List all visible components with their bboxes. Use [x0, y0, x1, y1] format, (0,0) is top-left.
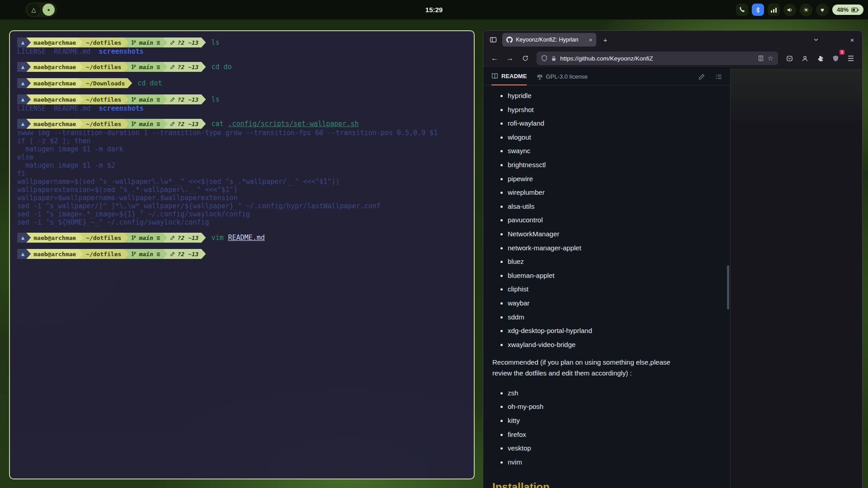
brightness-button[interactable]: ☀ — [800, 4, 812, 16]
list-item: rofi-wayland — [508, 117, 721, 131]
heart-icon: ♥ — [821, 6, 824, 14]
list-item: firefox — [508, 428, 721, 442]
forward-button[interactable]: → — [503, 52, 517, 65]
tab-close-icon[interactable]: × — [589, 37, 592, 43]
reload-button[interactable] — [519, 52, 532, 65]
firefox-view-button[interactable] — [487, 33, 500, 46]
terminal-prompt: ▲ maeb@archmae ~/dotfiles main ≡ ?2 ~13 … — [17, 38, 474, 47]
git-branch-icon — [131, 97, 137, 102]
recommended-paragraph: Recommended (if you plan on using someth… — [492, 357, 691, 378]
workspace-1-button[interactable]: △ — [28, 4, 40, 16]
script-path-link: .config/scripts/set-wallpaper.sh — [228, 120, 359, 128]
pencil-icon — [170, 40, 175, 45]
script-line: if [ -z $2 ]; then — [17, 137, 474, 145]
prompt-git-status: ?2 ~13 — [163, 62, 206, 72]
clock: 15:29 — [425, 0, 443, 19]
extensions-button[interactable] — [813, 52, 827, 65]
adblock-extension-button[interactable]: 1 — [829, 52, 842, 65]
chevron-down-icon — [813, 37, 819, 42]
prompt-git-status: ?2 ~13 — [163, 249, 206, 259]
git-branch-icon — [131, 121, 137, 127]
license-link[interactable]: GPL-3.0 license — [537, 73, 588, 80]
scrollbar-thumb[interactable] — [727, 265, 729, 310]
prompt-git-status: ?2 ~13 — [163, 38, 206, 47]
tab-github[interactable]: Keyoonz/KonfiZ: Hyprlan × — [502, 33, 596, 47]
pencil-icon — [170, 97, 175, 102]
prompt-user: maeb@archmae — [26, 233, 83, 243]
terminal-prompt: ▲ maeb@archmae ~/dotfiles main ≡ ?2 ~13 … — [17, 94, 474, 104]
arch-workspace-icon: △ — [32, 6, 36, 13]
prompt-user: maeb@archmae — [26, 94, 83, 104]
url-text: https://github.com/Keyoonz/KonfiZ — [560, 55, 754, 62]
window-close-button[interactable]: × — [846, 33, 859, 46]
new-tab-button[interactable]: + — [599, 33, 612, 46]
list-item: blueman-applet — [508, 269, 721, 283]
prompt-git-branch: main ≡ — [124, 38, 167, 47]
prompt-git-branch: main ≡ — [124, 249, 167, 259]
reader-view-icon[interactable] — [758, 55, 764, 61]
list-item: hyprshot — [508, 103, 721, 117]
bluetooth-button[interactable] — [752, 4, 764, 16]
pencil-icon — [170, 65, 175, 70]
edit-readme-button[interactable] — [698, 74, 705, 80]
terminal-window[interactable]: ▲ maeb@archmae ~/dotfiles main ≡ ?2 ~13 … — [9, 30, 475, 479]
directory-entry: screenshots — [99, 47, 144, 56]
github-readme-panel: README GPL-3.0 license hypridle hyprshot — [483, 68, 731, 488]
firefox-view-icon — [490, 36, 497, 43]
script-line: fi — [17, 169, 474, 178]
prompt-git-status: ?2 ~13 — [163, 233, 206, 243]
prompt-user: maeb@archmae — [26, 249, 83, 259]
terminal-prompt: ▲ maeb@archmae ~/dotfiles main ≡ ?2 ~13 … — [17, 233, 474, 243]
script-line: wallpapername=$(sed "s_-wallpaper\.\w*__… — [17, 178, 474, 186]
command-text: ls — [211, 38, 219, 47]
network-button[interactable] — [768, 4, 780, 16]
firefox-window: Keyoonz/KonfiZ: Hyprlan × + × ← → https:… — [483, 30, 863, 488]
workspace-2-button[interactable]: ● — [42, 4, 55, 16]
address-bar[interactable]: https://github.com/Keyoonz/KonfiZ ☆ — [537, 52, 778, 65]
terminal-prompt: ▲ maeb@archmae ~/dotfiles main ≡ ?2 ~13 … — [17, 119, 474, 129]
list-item: waybar — [508, 296, 721, 310]
list-item: brightnessctl — [508, 158, 721, 172]
prompt-path: ~/dotfiles — [79, 119, 128, 129]
list-all-tabs-button[interactable] — [810, 33, 822, 46]
list-item: pipewire — [508, 172, 721, 186]
bookmark-star-icon[interactable]: ☆ — [768, 54, 774, 62]
back-button[interactable]: ← — [488, 52, 501, 65]
bluetooth-icon — [755, 7, 761, 13]
list-item: xdg-desktop-portal-hyprland — [508, 324, 721, 338]
phone-button[interactable] — [736, 4, 748, 16]
puzzle-icon — [817, 55, 824, 62]
favorites-button[interactable]: ♥ — [816, 4, 829, 16]
account-icon — [802, 55, 808, 62]
ls-output: LICENSE README.mdscreenshots — [17, 104, 474, 113]
prompt-git-status: ?2 ~13 — [163, 94, 206, 104]
pocket-button[interactable] — [783, 52, 796, 65]
browser-content: README GPL-3.0 license hypridle hyprshot — [483, 68, 862, 488]
list-item: kitty — [508, 414, 721, 428]
workspace-switcher: △ ● — [25, 2, 57, 17]
list-item: alsa-utils — [508, 200, 721, 214]
lock-icon[interactable] — [551, 56, 557, 61]
edit-pencil-icon — [698, 74, 705, 80]
readme-header: README GPL-3.0 license — [483, 68, 730, 85]
readme-tab[interactable]: README — [491, 68, 527, 85]
list-item: wlogout — [508, 131, 721, 145]
outline-button[interactable] — [716, 74, 722, 80]
tracking-shield-icon[interactable] — [541, 55, 547, 61]
page-empty-area — [731, 68, 862, 488]
prompt-path: ~/dotfiles — [79, 94, 128, 104]
script-line: wallpaperextension=$(sed "s_.*-wallpaper… — [17, 186, 474, 194]
script-line: sed -i "s_${HOME}_~_" ~/.config/swaylock… — [17, 218, 474, 226]
list-item: zsh — [508, 386, 721, 400]
account-button[interactable] — [798, 52, 811, 65]
volume-button[interactable] — [783, 4, 796, 16]
brightness-sun-icon: ☀ — [803, 6, 809, 14]
menu-button[interactable]: ☰ — [844, 52, 858, 65]
battery-indicator[interactable]: 48% — [832, 5, 863, 15]
pencil-icon — [170, 252, 175, 257]
list-item: oh-my-posh — [508, 400, 721, 414]
signal-strength-icon — [771, 7, 777, 13]
command-text: ls — [211, 95, 219, 103]
prompt-path: ~/dotfiles — [79, 38, 128, 47]
prompt-git-branch: main ≡ — [124, 94, 167, 104]
